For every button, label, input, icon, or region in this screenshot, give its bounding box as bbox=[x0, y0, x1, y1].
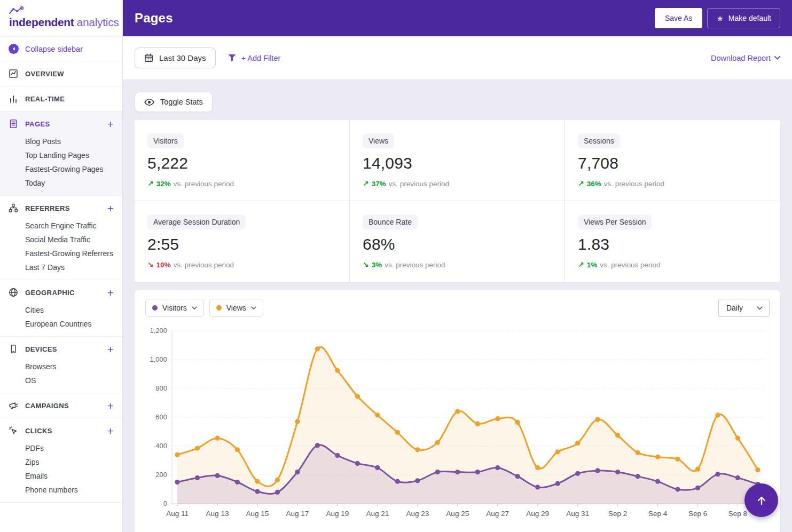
views-data-point bbox=[435, 440, 440, 445]
referrers-icon bbox=[9, 203, 18, 213]
views-data-point bbox=[595, 417, 600, 422]
sidebar-item-campaigns[interactable]: CAMPAIGNS + bbox=[0, 393, 122, 418]
add-clicks-report-button[interactable]: + bbox=[107, 425, 114, 436]
stat-change: ↘ 3% vs. previous period bbox=[363, 260, 552, 269]
visitors-color-dot bbox=[152, 305, 158, 311]
add-referrers-report-button[interactable]: + bbox=[107, 203, 114, 214]
stat-value: 68% bbox=[363, 235, 552, 253]
views-data-point bbox=[635, 450, 640, 455]
date-range-button[interactable]: Last 30 Days bbox=[135, 47, 216, 68]
views-metric-dropdown[interactable]: Views bbox=[209, 299, 263, 317]
sidebar-item-fastest-growing-pages[interactable]: Fastest-Growing Pages bbox=[25, 165, 114, 173]
header-actions: Save As ★ Make default bbox=[655, 8, 780, 28]
add-devices-report-button[interactable]: + bbox=[107, 344, 114, 355]
sidebar-item-clicks[interactable]: CLICKS + bbox=[0, 418, 122, 443]
trend-arrow-icon: ↗ bbox=[147, 179, 154, 188]
sidebar-item-cities[interactable]: Cities bbox=[25, 306, 114, 314]
stat-label: Sessions bbox=[578, 133, 620, 148]
add-campaigns-report-button[interactable]: + bbox=[107, 400, 114, 411]
visitors-data-point bbox=[655, 479, 660, 484]
sidebar-item-european-countries[interactable]: European Countries bbox=[25, 320, 114, 328]
stat-value: 5,222 bbox=[147, 154, 336, 172]
trend-suffix: vs. previous period bbox=[389, 180, 449, 188]
trend-suffix: vs. previous period bbox=[174, 180, 234, 188]
sidebar-item-os[interactable]: OS bbox=[25, 376, 114, 385]
y-axis-labels: 02004006008001,0001,200 bbox=[150, 327, 167, 508]
x-axis-labels: Aug 11Aug 13Aug 15Aug 17Aug 19Aug 21Aug … bbox=[166, 504, 747, 518]
views-data-point bbox=[735, 436, 740, 441]
sidebar-item-label: CLICKS bbox=[25, 427, 52, 435]
views-data-point bbox=[315, 346, 320, 351]
stat-label: Views Per Session bbox=[578, 215, 652, 229]
sidebar-item-realtime[interactable]: REAL-TIME bbox=[0, 86, 122, 111]
views-data-point bbox=[275, 478, 280, 482]
sidebar-item-referrers[interactable]: REFERRERS + bbox=[0, 196, 122, 220]
sidebar-item-social-media-traffic[interactable]: Social Media Traffic bbox=[25, 235, 114, 244]
visitors-data-point bbox=[195, 475, 200, 480]
chart-toolbar: Visitors Views Daily bbox=[145, 299, 770, 317]
brand-name-light: analytics bbox=[77, 16, 119, 29]
collapse-sidebar-button[interactable]: Collapse sidebar bbox=[0, 37, 122, 61]
chart-svg: 02004006008001,0001,200Aug 11Aug 13Aug 1… bbox=[145, 322, 770, 532]
svg-text:1,000: 1,000 bbox=[150, 356, 167, 364]
legend-label-views: Views bbox=[226, 304, 246, 312]
sidebar-item-browsers[interactable]: Browsers bbox=[25, 362, 114, 371]
sidebar-item-zips[interactable]: Zips bbox=[25, 458, 114, 466]
sidebar-item-top-landing-pages[interactable]: Top Landing Pages bbox=[25, 151, 114, 160]
sidebar-item-label: REAL-TIME bbox=[25, 95, 65, 103]
visitors-data-point bbox=[695, 486, 700, 490]
make-default-label: Make default bbox=[728, 14, 771, 22]
sidebar-item-search-engine-traffic[interactable]: Search Engine Traffic bbox=[25, 221, 114, 230]
views-data-point bbox=[655, 455, 660, 459]
svg-text:Sep 6: Sep 6 bbox=[688, 510, 707, 518]
clicks-subitems: PDFs Zips Emails Phone numbers bbox=[0, 443, 122, 502]
views-data-point bbox=[255, 479, 260, 484]
make-default-button[interactable]: ★ Make default bbox=[707, 8, 780, 28]
add-geographic-report-button[interactable]: + bbox=[107, 287, 114, 298]
save-as-button[interactable]: Save As bbox=[655, 8, 702, 28]
views-data-point bbox=[355, 394, 360, 399]
views-data-point bbox=[335, 368, 340, 373]
download-report-button[interactable]: Download Report bbox=[711, 54, 780, 62]
sidebar-item-today[interactable]: Today bbox=[25, 179, 114, 187]
sidebar-item-pdfs[interactable]: PDFs bbox=[25, 444, 114, 452]
trend-percent: 32% bbox=[156, 180, 171, 188]
trend-percent: 3% bbox=[372, 261, 382, 269]
views-data-point bbox=[415, 447, 420, 452]
sidebar-item-geographic[interactable]: GEOGRAPHIC + bbox=[0, 280, 122, 305]
brand-logo: independent analytics bbox=[0, 0, 122, 37]
visitors-data-point bbox=[315, 443, 320, 448]
traffic-chart-card: Visitors Views Daily bbox=[135, 290, 780, 532]
svg-text:Aug 31: Aug 31 bbox=[566, 510, 589, 518]
scroll-to-top-button[interactable] bbox=[744, 483, 778, 517]
toggle-stats-button[interactable]: Toggle Stats bbox=[135, 92, 213, 112]
visitors-data-point bbox=[435, 470, 440, 474]
sidebar-item-devices[interactable]: DEVICES + bbox=[0, 337, 122, 361]
add-filter-button[interactable]: + Add Filter bbox=[228, 53, 281, 62]
sidebar-item-blog-posts[interactable]: Blog Posts bbox=[25, 137, 114, 146]
sidebar-item-pages[interactable]: PAGES + bbox=[0, 112, 122, 136]
visitors-data-point bbox=[635, 474, 640, 479]
sidebar-item-overview[interactable]: OVERVIEW bbox=[0, 61, 122, 86]
download-report-label: Download Report bbox=[711, 54, 771, 62]
stat-card-sessions: Sessions 7,708 ↗ 36% vs. previous period bbox=[565, 120, 780, 201]
views-data-point bbox=[475, 422, 480, 426]
referrers-subitems: Search Engine Traffic Social Media Traff… bbox=[0, 220, 122, 280]
svg-text:Aug 13: Aug 13 bbox=[206, 510, 229, 518]
sidebar-item-phone-numbers[interactable]: Phone numbers bbox=[25, 486, 114, 494]
sidebar-item-fastest-growing-referrers[interactable]: Fastest-Growing Referrers bbox=[25, 249, 114, 258]
devices-subitems: Browsers OS bbox=[0, 361, 122, 393]
sidebar-item-emails[interactable]: Emails bbox=[25, 472, 114, 480]
sidebar-group-devices: DEVICES + Browsers OS bbox=[0, 337, 122, 393]
sidebar-item-last-7-days[interactable]: Last 7 Days bbox=[25, 263, 114, 272]
visitors-metric-dropdown[interactable]: Visitors bbox=[145, 299, 204, 317]
add-pages-report-button[interactable]: + bbox=[107, 118, 114, 130]
svg-text:Sep 8: Sep 8 bbox=[728, 510, 747, 518]
interval-select[interactable]: Daily bbox=[718, 299, 770, 317]
views-data-point bbox=[455, 409, 460, 414]
views-data-point bbox=[175, 452, 179, 457]
stat-change: ↗ 1% vs. previous period bbox=[578, 260, 767, 269]
trend-arrow-icon: ↗ bbox=[578, 179, 584, 188]
geographic-subitems: Cities European Countries bbox=[0, 305, 122, 336]
visitors-data-point bbox=[395, 479, 400, 484]
